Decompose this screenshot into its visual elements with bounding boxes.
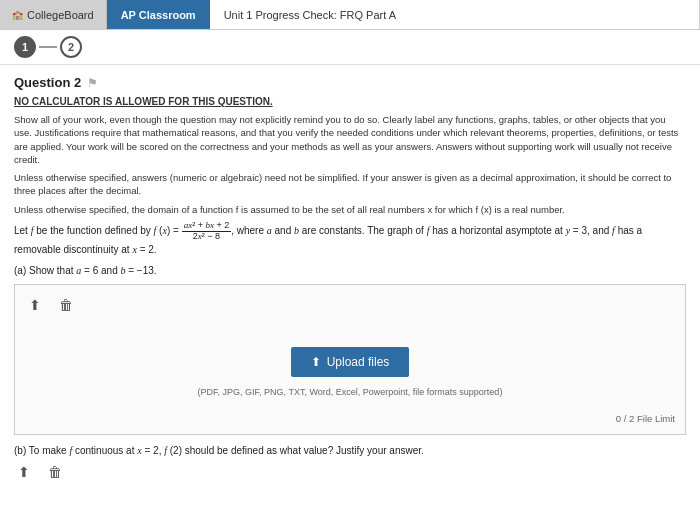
- tab-collegeboard-label: CollegeBoard: [27, 9, 94, 21]
- tab-collegeboard[interactable]: 🏫 CollegeBoard: [0, 0, 107, 29]
- upload-center: ⬆ Upload files (PDF, JPG, GIF, PNG, TXT,…: [25, 327, 675, 407]
- function-description: Let f be the function defined by f (x) =…: [14, 221, 686, 257]
- tab-ap-classroom[interactable]: AP Classroom: [107, 0, 210, 29]
- part-b-label: (b) To make f continuous at x = 2, f (2)…: [14, 445, 686, 456]
- step-indicator: 1 2: [0, 30, 700, 65]
- upload-area: ⬆ 🗑 ⬆ Upload files (PDF, JPG, GIF, PNG, …: [14, 284, 686, 435]
- step-2-circle[interactable]: 2: [60, 36, 82, 58]
- main-content: Question 2 ⚑ NO CALCULATOR IS ALLOWED FO…: [0, 65, 700, 525]
- upload-toolbar: ⬆ 🗑: [25, 295, 675, 315]
- step-1-circle[interactable]: 1: [14, 36, 36, 58]
- tab-unit-title[interactable]: Unit 1 Progress Check: FRQ Part A: [210, 0, 700, 29]
- tab-ap-classroom-label: AP Classroom: [121, 9, 196, 21]
- delete-button[interactable]: 🗑: [55, 295, 77, 315]
- upload-files-label: Upload files: [327, 355, 390, 369]
- part-b-toolbar: ⬆ 🗑: [14, 462, 686, 482]
- step-2-label: 2: [68, 41, 74, 53]
- upload-arrow-icon: ⬆: [311, 355, 321, 369]
- instruction-3: Unless otherwise specified, the domain o…: [14, 203, 686, 216]
- instruction-1: Show all of your work, even though the q…: [14, 113, 686, 166]
- flag-icon[interactable]: ⚑: [87, 76, 98, 90]
- instruction-2: Unless otherwise specified, answers (num…: [14, 171, 686, 198]
- step-1-label: 1: [22, 41, 28, 53]
- part-b-upload-button[interactable]: ⬆: [14, 462, 34, 482]
- step-connector: [39, 46, 57, 48]
- file-limit-text: 0 / 2 File Limit: [25, 413, 675, 424]
- part-a-label: (a) Show that a = 6 and b = −13.: [14, 265, 686, 276]
- tab-unit-label: Unit 1 Progress Check: FRQ Part A: [224, 9, 396, 21]
- upload-files-button[interactable]: ⬆ Upload files: [291, 347, 410, 377]
- no-calculator-notice: NO CALCULATOR IS ALLOWED FOR THIS QUESTI…: [14, 96, 686, 107]
- question-header: Question 2 ⚑: [14, 75, 686, 90]
- upload-file-button[interactable]: ⬆: [25, 295, 45, 315]
- top-bar: 🏫 CollegeBoard AP Classroom Unit 1 Progr…: [0, 0, 700, 30]
- question-number: Question 2: [14, 75, 81, 90]
- upload-formats-text: (PDF, JPG, GIF, PNG, TXT, Word, Excel, P…: [198, 387, 503, 397]
- collegeboard-logo-icon: 🏫: [12, 10, 23, 20]
- part-b-delete-button[interactable]: 🗑: [44, 462, 66, 482]
